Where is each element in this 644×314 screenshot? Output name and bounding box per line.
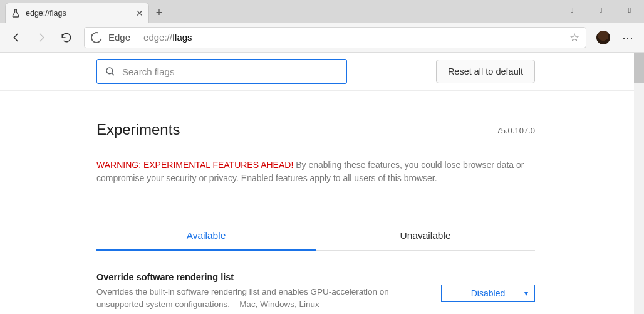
reset-all-button[interactable]: Reset all to default [436,60,535,83]
warning-prefix: WARNING: EXPERIMENTAL FEATURES AHEAD! [96,160,293,170]
browser-toolbar: Edge edge://flags ☆ ⋯ [0,23,644,53]
tab-title: edge://flags [26,9,131,18]
url-text: edge://flags [143,32,192,43]
warning-text: WARNING: EXPERIMENTAL FEATURES AHEAD! By… [96,159,535,185]
back-button[interactable] [5,26,28,49]
forward-button[interactable] [30,26,53,49]
new-tab-button[interactable]: + [149,3,169,23]
flag-row: Override software rendering list Overrid… [96,272,535,314]
page-content: Reset all to default 75.0.107.0 Experime… [0,53,644,314]
search-input[interactable] [122,66,339,77]
maximize-button[interactable]:  [586,0,615,20]
close-tab-icon[interactable]: ✕ [136,8,143,18]
flag-description: Overrides the built-in software renderin… [96,286,428,310]
browser-tab[interactable]: edge://flags ✕ [5,3,149,23]
tab-available[interactable]: Available [96,221,316,250]
address-bar[interactable]: Edge edge://flags ☆ [84,27,586,48]
more-menu-button[interactable]: ⋯ [616,26,639,49]
profile-avatar[interactable] [596,31,610,44]
version-text: 75.0.107.0 [497,126,535,135]
flag-tabs: Available Unavailable [96,221,535,251]
flask-icon [11,8,21,18]
flag-title: Override software rendering list [96,272,428,282]
edge-label: Edge [108,32,130,43]
window-controls:    [558,0,644,20]
favorite-icon[interactable]: ☆ [569,31,579,44]
edge-logo-icon [89,29,105,45]
top-controls: Reset all to default [0,53,644,91]
flag-select[interactable]: Disabled [441,285,535,302]
divider [137,31,137,44]
scrollbar-thumb[interactable] [634,53,644,83]
page-title: Experiments [96,121,535,139]
tab-unavailable[interactable]: Unavailable [316,221,535,250]
search-icon [105,66,116,77]
close-window-button[interactable]:  [615,0,644,20]
vertical-scrollbar[interactable] [634,53,644,314]
window-titlebar: edge://flags ✕ +    [0,0,644,23]
search-flags-box[interactable] [96,59,347,84]
flag-select-value: Disabled [471,288,505,298]
svg-point-0 [106,68,113,74]
minimize-button[interactable]:  [558,0,586,20]
refresh-button[interactable] [55,26,78,49]
